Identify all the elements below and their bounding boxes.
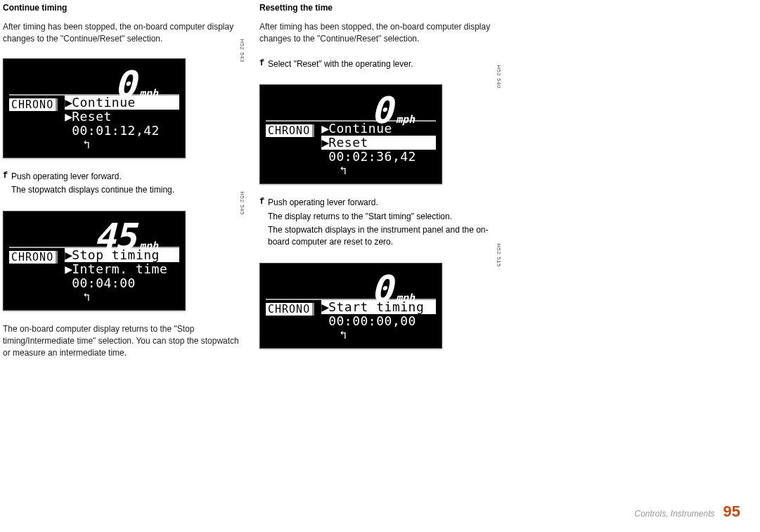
page-footer: Controls, Instruments 95 xyxy=(634,502,740,521)
chrono-label: CHRONO xyxy=(266,303,314,316)
menu-row-continue: ▶ Continue xyxy=(321,122,436,136)
display-figure-2: 45 mph CHRONO ▶ Stop timing ▶ Interm. ti… xyxy=(3,211,247,311)
chrono-label: CHRONO xyxy=(266,124,314,137)
time-row: 00:04:00 xyxy=(65,276,179,290)
figure-code: H52 543 xyxy=(239,39,245,63)
back-row: ↰ xyxy=(321,328,436,342)
step-marker: f xyxy=(3,171,11,198)
column-left: Continue timing After timing has been st… xyxy=(3,3,259,372)
figure-code: H52 545 xyxy=(239,191,245,215)
onboard-display: 0 mph CHRONO ▶ Continue ▶ Reset xyxy=(3,58,186,158)
back-arrow-icon: ↰ xyxy=(83,290,90,304)
menu-row-interm-time: ▶ Interm. time xyxy=(65,262,179,276)
time-value: 00:01:12,42 xyxy=(72,124,160,138)
time-value: 00:02:36,42 xyxy=(328,150,416,164)
triangle-icon: ▶ xyxy=(321,122,328,136)
back-arrow-icon: ↰ xyxy=(83,138,90,152)
time-value: 00:00:00,00 xyxy=(328,314,416,328)
step-instruction-line: Push operating lever forward. xyxy=(268,197,503,209)
step-2a: f Select "Reset" with the operating leve… xyxy=(259,58,503,72)
figure-code: H52 540 xyxy=(496,65,502,89)
triangle-icon: ▶ xyxy=(65,248,72,262)
menu-row-stop-timing: ▶ Stop timing xyxy=(65,248,179,262)
step-marker: f xyxy=(259,58,268,72)
menu-text: Stop timing xyxy=(72,248,160,262)
menu-text: Reset xyxy=(328,136,368,150)
intro-paragraph-1: After timing has been stopped, the on-bo… xyxy=(3,21,247,46)
step-instruction-line: The display returns to the "Start timing… xyxy=(268,211,503,223)
intro-paragraph-2: After timing has been stopped, the on-bo… xyxy=(259,21,503,46)
triangle-icon: ▶ xyxy=(65,96,72,110)
step-instruction-line: Push operating lever forward. xyxy=(11,171,247,183)
onboard-display: 45 mph CHRONO ▶ Stop timing ▶ Interm. ti… xyxy=(3,211,186,311)
time-row: 00:02:36,42 xyxy=(321,150,436,164)
step-instruction-line: The stopwatch displays in the instrument… xyxy=(268,224,503,249)
heading-resetting-time: Resetting the time xyxy=(259,3,503,13)
menu-text: Continue xyxy=(328,122,392,136)
step-instruction-line: Select "Reset" with the operating lever. xyxy=(268,58,503,70)
triangle-icon: ▶ xyxy=(65,262,72,276)
triangle-icon: ▶ xyxy=(321,136,328,150)
step-2b: f Push operating lever forward. The disp… xyxy=(259,197,503,250)
menu-row-continue: ▶ Continue xyxy=(65,96,179,110)
display-figure-3: 0 mph CHRONO ▶ Continue ▶ Reset xyxy=(259,84,503,184)
back-arrow-icon: ↰ xyxy=(340,328,347,342)
back-arrow-icon: ↰ xyxy=(340,164,347,178)
page: Continue timing After timing has been st… xyxy=(0,0,760,372)
column-right: Resetting the time After timing has been… xyxy=(259,3,516,372)
onboard-display: 0 mph CHRONO ▶ Start timing 00:00:00,00 xyxy=(259,263,442,349)
chrono-label: CHRONO xyxy=(9,98,58,111)
triangle-icon: ▶ xyxy=(65,110,72,124)
menu-text: Continue xyxy=(72,96,136,110)
time-row: 00:01:12,42 xyxy=(65,124,179,138)
menu-row-start-timing: ▶ Start timing xyxy=(321,300,436,314)
step-1: f Push operating lever forward. The stop… xyxy=(3,171,247,198)
time-row: 00:00:00,00 xyxy=(321,314,436,328)
chrono-label: CHRONO xyxy=(9,251,58,264)
heading-continue-timing: Continue timing xyxy=(3,3,247,13)
footer-section-title: Controls, Instruments xyxy=(634,509,714,519)
time-value: 00:04:00 xyxy=(72,276,136,290)
back-row: ↰ xyxy=(65,138,179,152)
menu-text: Start timing xyxy=(328,300,424,314)
back-row: ↰ xyxy=(65,290,179,304)
onboard-display: 0 mph CHRONO ▶ Continue ▶ Reset xyxy=(259,84,442,184)
menu-row-reset: ▶ Reset xyxy=(321,136,436,150)
display-figure-4: 0 mph CHRONO ▶ Start timing 00:00:00,00 xyxy=(259,263,503,349)
display-figure-1: 0 mph CHRONO ▶ Continue ▶ Reset xyxy=(3,58,247,158)
menu-text: Reset xyxy=(72,110,112,124)
back-row: ↰ xyxy=(321,164,436,178)
figure-code: H52 515 xyxy=(496,243,502,267)
menu-text: Interm. time xyxy=(72,262,167,276)
step-instruction-line: The stopwatch displays continue the timi… xyxy=(11,184,247,196)
step-marker: f xyxy=(259,197,268,250)
page-number: 95 xyxy=(723,502,740,521)
after-paragraph-1: The on-board computer display returns to… xyxy=(3,323,247,360)
menu-row-reset: ▶ Reset xyxy=(65,110,179,124)
triangle-icon: ▶ xyxy=(321,300,328,314)
